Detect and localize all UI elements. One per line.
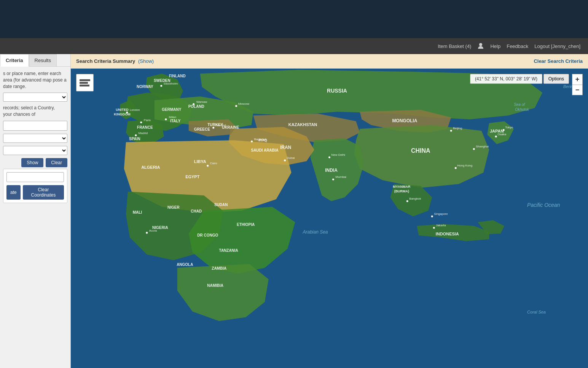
- logout-link[interactable]: Logout [Jenny_chen]: [534, 43, 580, 49]
- svg-point-65: [332, 179, 334, 181]
- svg-point-63: [328, 157, 330, 158]
- layer-toggle-button[interactable]: [76, 74, 94, 91]
- main-content: Criteria Results s or place name, enter …: [0, 54, 588, 368]
- svg-text:UNITED: UNITED: [116, 108, 129, 112]
- layers-icon: [80, 79, 90, 86]
- tab-results[interactable]: Results: [29, 54, 57, 66]
- coords-input[interactable]: [6, 172, 64, 182]
- svg-text:KAZAKHSTAN: KAZAKHSTAN: [288, 122, 317, 127]
- map-overlay: RUSSIA SWEDEN FINLAND NORWAY UNITED KING…: [71, 69, 588, 368]
- select-3[interactable]: [3, 146, 67, 155]
- records-info: records; select a Country,your chances o…: [3, 105, 67, 118]
- svg-text:Stockholm: Stockholm: [164, 82, 178, 85]
- map-container: RUSSIA SWEDEN FINLAND NORWAY UNITED KING…: [71, 69, 588, 368]
- svg-text:INDIA: INDIA: [325, 168, 338, 173]
- svg-point-53: [235, 105, 237, 107]
- svg-text:EGYPT: EGYPT: [185, 174, 200, 179]
- svg-text:Madrid: Madrid: [139, 131, 148, 135]
- sidebar: Criteria Results s or place name, enter …: [0, 54, 71, 368]
- svg-point-81: [433, 227, 435, 229]
- nav-bar: Item Basket (4) Help Feedback Logout [Je…: [0, 38, 588, 54]
- select-2[interactable]: [3, 134, 67, 143]
- svg-text:SUDAN: SUDAN: [214, 203, 228, 207]
- coords-btn-row: ate Clear Coordinates: [6, 185, 64, 200]
- svg-point-67: [450, 130, 452, 132]
- svg-text:Dubai: Dubai: [287, 156, 295, 160]
- manage-account-icon[interactable]: [477, 42, 484, 50]
- svg-text:Tokyo: Tokyo: [505, 126, 513, 129]
- svg-text:IRAN: IRAN: [280, 145, 291, 150]
- show-link[interactable]: (Show): [138, 58, 154, 64]
- clear-search-criteria[interactable]: Clear Search Criteria: [534, 58, 583, 64]
- svg-text:Cairo: Cairo: [210, 162, 218, 165]
- svg-text:GERMANY: GERMANY: [162, 107, 181, 112]
- svg-text:Beijing: Beijing: [453, 126, 462, 130]
- svg-text:ITALY: ITALY: [170, 119, 181, 123]
- svg-text:LIBYA: LIBYA: [194, 159, 206, 164]
- select-group-2: [3, 134, 67, 143]
- coords-section: ate Clear Coordinates: [3, 169, 67, 203]
- svg-text:ETHIOPIA: ETHIOPIA: [237, 222, 255, 227]
- zoom-out-button[interactable]: −: [572, 85, 583, 95]
- svg-point-43: [140, 122, 142, 123]
- svg-text:London: London: [130, 108, 140, 112]
- svg-point-61: [284, 160, 286, 162]
- clear-button[interactable]: Clear: [46, 158, 67, 167]
- coordinate-display: (41° 52' 33" N, 003° 28' 19" W): [470, 74, 542, 84]
- svg-text:GREECE: GREECE: [194, 127, 210, 131]
- select-group-3: [3, 146, 67, 155]
- tab-bar: Criteria Results: [0, 54, 70, 67]
- svg-point-59: [207, 165, 209, 167]
- svg-text:Paris: Paris: [144, 118, 151, 122]
- feedback-link[interactable]: Feedback: [507, 43, 528, 49]
- svg-text:(BURMA): (BURMA): [394, 189, 409, 193]
- svg-text:Jakarta: Jakarta: [436, 224, 446, 227]
- svg-text:SPAIN: SPAIN: [129, 137, 140, 141]
- svg-text:NORWAY: NORWAY: [137, 85, 153, 89]
- svg-point-49: [160, 85, 162, 87]
- svg-text:Coral Sea: Coral Sea: [527, 310, 546, 314]
- svg-text:Accra: Accra: [149, 229, 157, 232]
- show-button[interactable]: Show: [21, 158, 43, 167]
- country-select[interactable]: Select Country: [3, 93, 67, 102]
- svg-text:Arabian Sea: Arabian Sea: [303, 229, 328, 235]
- svg-point-71: [503, 129, 505, 131]
- svg-text:INDONESIA: INDONESIA: [436, 232, 459, 236]
- svg-point-77: [406, 200, 408, 202]
- search-input-1[interactable]: [3, 121, 67, 131]
- svg-text:Moscow: Moscow: [238, 102, 250, 106]
- map-svg: RUSSIA SWEDEN FINLAND NORWAY UNITED KING…: [71, 69, 588, 368]
- svg-text:CHINA: CHINA: [411, 147, 430, 154]
- options-button[interactable]: Options: [543, 74, 569, 84]
- svg-text:MYANMAR: MYANMAR: [393, 185, 411, 189]
- help-link[interactable]: Help: [490, 43, 500, 49]
- svg-text:MALI: MALI: [133, 210, 142, 214]
- svg-point-45: [135, 134, 137, 136]
- svg-point-47: [165, 118, 167, 120]
- svg-point-0: [479, 43, 482, 46]
- svg-text:New Delhi: New Delhi: [331, 153, 345, 157]
- sidebar-description: s or place name, enter earch area (for a…: [3, 70, 67, 90]
- svg-text:Bangkok: Bangkok: [409, 197, 421, 200]
- svg-point-69: [473, 148, 475, 150]
- search-criteria-label: Search Criteria Summary: [76, 58, 135, 64]
- svg-point-51: [193, 103, 194, 105]
- zoom-in-button[interactable]: +: [572, 74, 583, 85]
- svg-text:Istanbul: Istanbul: [215, 123, 226, 127]
- svg-text:Baghdad: Baghdad: [254, 138, 266, 141]
- svg-text:ANGOLA: ANGOLA: [177, 262, 193, 267]
- clear-coordinates-button[interactable]: Clear Coordinates: [23, 185, 64, 200]
- update-button[interactable]: ate: [6, 185, 21, 200]
- tab-criteria[interactable]: Criteria: [0, 54, 29, 67]
- svg-text:POLAND: POLAND: [188, 104, 204, 109]
- svg-text:Pacific Ocean: Pacific Ocean: [527, 202, 560, 208]
- item-basket-link[interactable]: Item Basket (4): [438, 43, 471, 49]
- svg-point-55: [212, 127, 214, 129]
- svg-text:Mumbai: Mumbai: [335, 175, 346, 179]
- svg-text:Warsaw: Warsaw: [196, 100, 207, 104]
- top-header: [0, 0, 588, 38]
- svg-text:Sea of: Sea of: [514, 102, 525, 107]
- svg-text:MONGOLIA: MONGOLIA: [392, 118, 417, 123]
- svg-text:Singapore: Singapore: [434, 212, 448, 216]
- svg-text:Hong Kong: Hong Kong: [457, 164, 472, 167]
